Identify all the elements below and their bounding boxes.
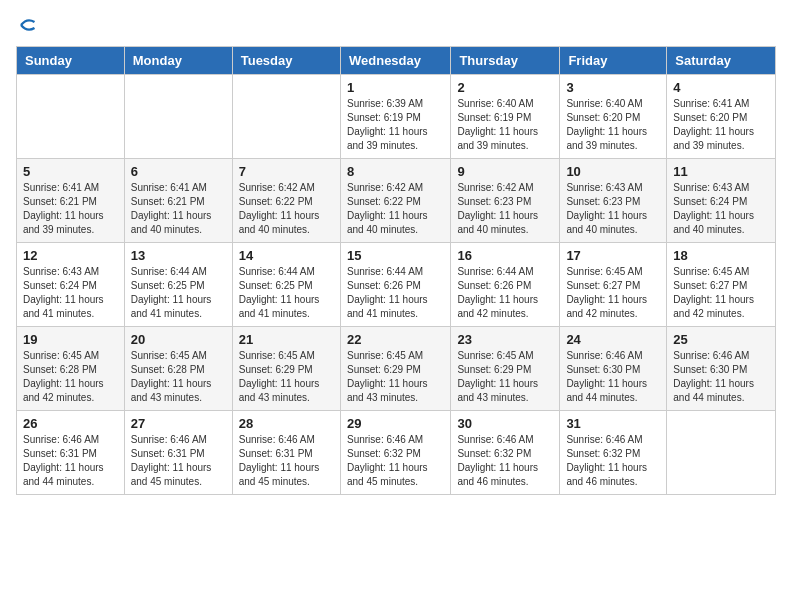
calendar-cell: 19Sunrise: 6:45 AM Sunset: 6:28 PM Dayli… [17,327,125,411]
day-info: Sunrise: 6:46 AM Sunset: 6:30 PM Dayligh… [566,349,660,405]
day-info: Sunrise: 6:46 AM Sunset: 6:32 PM Dayligh… [457,433,553,489]
day-info: Sunrise: 6:45 AM Sunset: 6:27 PM Dayligh… [566,265,660,321]
day-number: 3 [566,80,660,95]
calendar-week-row: 12Sunrise: 6:43 AM Sunset: 6:24 PM Dayli… [17,243,776,327]
day-number: 14 [239,248,334,263]
day-number: 17 [566,248,660,263]
day-number: 31 [566,416,660,431]
logo-icon [18,16,36,34]
day-number: 13 [131,248,226,263]
calendar-cell: 30Sunrise: 6:46 AM Sunset: 6:32 PM Dayli… [451,411,560,495]
calendar-cell: 15Sunrise: 6:44 AM Sunset: 6:26 PM Dayli… [340,243,450,327]
calendar-day-header: Tuesday [232,47,340,75]
calendar-cell: 6Sunrise: 6:41 AM Sunset: 6:21 PM Daylig… [124,159,232,243]
day-number: 6 [131,164,226,179]
calendar-cell: 9Sunrise: 6:42 AM Sunset: 6:23 PM Daylig… [451,159,560,243]
calendar-cell: 31Sunrise: 6:46 AM Sunset: 6:32 PM Dayli… [560,411,667,495]
calendar-cell: 16Sunrise: 6:44 AM Sunset: 6:26 PM Dayli… [451,243,560,327]
calendar-cell: 22Sunrise: 6:45 AM Sunset: 6:29 PM Dayli… [340,327,450,411]
calendar-cell: 11Sunrise: 6:43 AM Sunset: 6:24 PM Dayli… [667,159,776,243]
logo [16,16,36,34]
day-info: Sunrise: 6:45 AM Sunset: 6:29 PM Dayligh… [457,349,553,405]
day-number: 16 [457,248,553,263]
day-number: 30 [457,416,553,431]
day-info: Sunrise: 6:44 AM Sunset: 6:26 PM Dayligh… [457,265,553,321]
calendar-day-header: Wednesday [340,47,450,75]
day-info: Sunrise: 6:41 AM Sunset: 6:20 PM Dayligh… [673,97,769,153]
day-info: Sunrise: 6:41 AM Sunset: 6:21 PM Dayligh… [23,181,118,237]
day-number: 15 [347,248,444,263]
day-info: Sunrise: 6:45 AM Sunset: 6:28 PM Dayligh… [23,349,118,405]
day-number: 29 [347,416,444,431]
calendar-day-header: Thursday [451,47,560,75]
calendar-cell: 14Sunrise: 6:44 AM Sunset: 6:25 PM Dayli… [232,243,340,327]
calendar-cell: 8Sunrise: 6:42 AM Sunset: 6:22 PM Daylig… [340,159,450,243]
day-info: Sunrise: 6:45 AM Sunset: 6:28 PM Dayligh… [131,349,226,405]
calendar-day-header: Friday [560,47,667,75]
day-info: Sunrise: 6:43 AM Sunset: 6:23 PM Dayligh… [566,181,660,237]
day-number: 4 [673,80,769,95]
day-number: 18 [673,248,769,263]
day-info: Sunrise: 6:46 AM Sunset: 6:30 PM Dayligh… [673,349,769,405]
calendar-week-row: 5Sunrise: 6:41 AM Sunset: 6:21 PM Daylig… [17,159,776,243]
page-header [16,16,776,34]
calendar-cell: 27Sunrise: 6:46 AM Sunset: 6:31 PM Dayli… [124,411,232,495]
day-number: 23 [457,332,553,347]
calendar-cell: 20Sunrise: 6:45 AM Sunset: 6:28 PM Dayli… [124,327,232,411]
day-number: 2 [457,80,553,95]
day-number: 22 [347,332,444,347]
day-number: 26 [23,416,118,431]
day-info: Sunrise: 6:45 AM Sunset: 6:29 PM Dayligh… [347,349,444,405]
day-number: 1 [347,80,444,95]
day-number: 28 [239,416,334,431]
calendar-cell [124,75,232,159]
calendar-cell: 7Sunrise: 6:42 AM Sunset: 6:22 PM Daylig… [232,159,340,243]
calendar-week-row: 1Sunrise: 6:39 AM Sunset: 6:19 PM Daylig… [17,75,776,159]
calendar-cell: 25Sunrise: 6:46 AM Sunset: 6:30 PM Dayli… [667,327,776,411]
calendar-cell: 4Sunrise: 6:41 AM Sunset: 6:20 PM Daylig… [667,75,776,159]
calendar-cell: 3Sunrise: 6:40 AM Sunset: 6:20 PM Daylig… [560,75,667,159]
day-number: 9 [457,164,553,179]
day-number: 7 [239,164,334,179]
calendar-week-row: 19Sunrise: 6:45 AM Sunset: 6:28 PM Dayli… [17,327,776,411]
calendar-cell: 10Sunrise: 6:43 AM Sunset: 6:23 PM Dayli… [560,159,667,243]
calendar-header-row: SundayMondayTuesdayWednesdayThursdayFrid… [17,47,776,75]
calendar-cell: 1Sunrise: 6:39 AM Sunset: 6:19 PM Daylig… [340,75,450,159]
day-info: Sunrise: 6:45 AM Sunset: 6:27 PM Dayligh… [673,265,769,321]
day-info: Sunrise: 6:42 AM Sunset: 6:23 PM Dayligh… [457,181,553,237]
day-info: Sunrise: 6:41 AM Sunset: 6:21 PM Dayligh… [131,181,226,237]
day-number: 8 [347,164,444,179]
calendar-day-header: Sunday [17,47,125,75]
day-number: 24 [566,332,660,347]
day-number: 19 [23,332,118,347]
calendar-week-row: 26Sunrise: 6:46 AM Sunset: 6:31 PM Dayli… [17,411,776,495]
calendar-cell: 28Sunrise: 6:46 AM Sunset: 6:31 PM Dayli… [232,411,340,495]
calendar-cell: 26Sunrise: 6:46 AM Sunset: 6:31 PM Dayli… [17,411,125,495]
day-info: Sunrise: 6:46 AM Sunset: 6:31 PM Dayligh… [131,433,226,489]
day-number: 11 [673,164,769,179]
calendar-cell: 5Sunrise: 6:41 AM Sunset: 6:21 PM Daylig… [17,159,125,243]
calendar-cell: 17Sunrise: 6:45 AM Sunset: 6:27 PM Dayli… [560,243,667,327]
day-number: 21 [239,332,334,347]
calendar-cell: 24Sunrise: 6:46 AM Sunset: 6:30 PM Dayli… [560,327,667,411]
day-info: Sunrise: 6:44 AM Sunset: 6:26 PM Dayligh… [347,265,444,321]
day-info: Sunrise: 6:46 AM Sunset: 6:31 PM Dayligh… [23,433,118,489]
calendar-cell: 12Sunrise: 6:43 AM Sunset: 6:24 PM Dayli… [17,243,125,327]
day-info: Sunrise: 6:44 AM Sunset: 6:25 PM Dayligh… [239,265,334,321]
day-info: Sunrise: 6:43 AM Sunset: 6:24 PM Dayligh… [23,265,118,321]
day-number: 12 [23,248,118,263]
day-info: Sunrise: 6:45 AM Sunset: 6:29 PM Dayligh… [239,349,334,405]
calendar-cell: 23Sunrise: 6:45 AM Sunset: 6:29 PM Dayli… [451,327,560,411]
day-number: 10 [566,164,660,179]
calendar-table: SundayMondayTuesdayWednesdayThursdayFrid… [16,46,776,495]
calendar-cell: 21Sunrise: 6:45 AM Sunset: 6:29 PM Dayli… [232,327,340,411]
day-info: Sunrise: 6:40 AM Sunset: 6:19 PM Dayligh… [457,97,553,153]
day-number: 25 [673,332,769,347]
day-number: 5 [23,164,118,179]
day-info: Sunrise: 6:43 AM Sunset: 6:24 PM Dayligh… [673,181,769,237]
day-info: Sunrise: 6:46 AM Sunset: 6:31 PM Dayligh… [239,433,334,489]
day-number: 27 [131,416,226,431]
calendar-cell [17,75,125,159]
calendar-day-header: Saturday [667,47,776,75]
day-info: Sunrise: 6:39 AM Sunset: 6:19 PM Dayligh… [347,97,444,153]
